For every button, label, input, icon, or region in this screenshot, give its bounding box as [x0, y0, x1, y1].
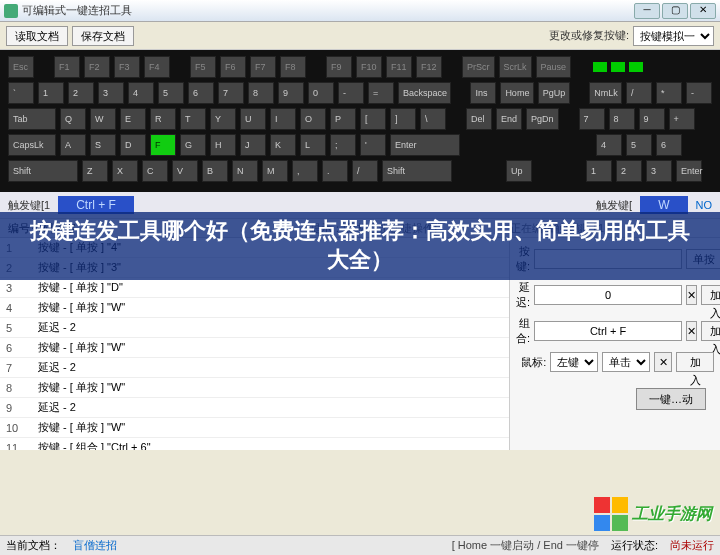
table-row[interactable]: 8按键 - [ 单按 ] "W" — [0, 378, 509, 398]
key-slash[interactable]: / — [352, 160, 378, 182]
key-f8[interactable]: F8 — [280, 56, 306, 78]
key-0[interactable]: 0 — [308, 82, 334, 104]
key-grave[interactable]: ` — [8, 82, 34, 104]
key-num6[interactable]: 6 — [656, 134, 682, 156]
key-numdiv[interactable]: / — [626, 82, 652, 104]
close-button[interactable]: ✕ — [690, 3, 716, 19]
key-c[interactable]: C — [142, 160, 168, 182]
add-mouse-button[interactable]: 加入 — [676, 352, 714, 372]
key-semicolon[interactable]: ; — [330, 134, 356, 156]
table-row[interactable]: 7延迟 - 2 — [0, 358, 509, 378]
key-backspace[interactable]: Backspace — [398, 82, 451, 104]
key-del[interactable]: Del — [466, 108, 492, 130]
key-b[interactable]: B — [202, 160, 228, 182]
key-z[interactable]: Z — [82, 160, 108, 182]
key-5[interactable]: 5 — [158, 82, 184, 104]
key-quote[interactable]: ' — [360, 134, 386, 156]
key-period[interactable]: . — [322, 160, 348, 182]
key-p[interactable]: P — [330, 108, 356, 130]
key-f1[interactable]: F1 — [54, 56, 80, 78]
key-rbracket[interactable]: ] — [390, 108, 416, 130]
key-f4[interactable]: F4 — [144, 56, 170, 78]
key-minus[interactable]: - — [338, 82, 364, 104]
key-capslk[interactable]: CapsLk — [8, 134, 56, 156]
key-g[interactable]: G — [180, 134, 206, 156]
table-row[interactable]: 5延迟 - 2 — [0, 318, 509, 338]
key-h[interactable]: H — [210, 134, 236, 156]
table-row[interactable]: 4按键 - [ 单按 ] "W" — [0, 298, 509, 318]
key-m[interactable]: M — [262, 160, 288, 182]
key-pgup[interactable]: PgUp — [538, 82, 570, 104]
mouse-btn-select[interactable]: 左键 — [550, 352, 598, 372]
key-8[interactable]: 8 — [248, 82, 274, 104]
key-k[interactable]: K — [270, 134, 296, 156]
key-home[interactable]: Home — [500, 82, 533, 104]
key-d[interactable]: D — [120, 134, 146, 156]
key-tab[interactable]: Tab — [8, 108, 56, 130]
key-l[interactable]: L — [300, 134, 326, 156]
key-rshift[interactable]: Shift — [382, 160, 452, 182]
save-doc-button[interactable]: 保存文档 — [72, 26, 134, 46]
key-nummul[interactable]: * — [656, 82, 682, 104]
key-a[interactable]: A — [60, 134, 86, 156]
add-combo-button[interactable]: 加入 — [701, 321, 720, 341]
table-row[interactable]: 6按键 - [ 单按 ] "W" — [0, 338, 509, 358]
mouse-mode-select[interactable]: 单击 — [602, 352, 650, 372]
key-f6[interactable]: F6 — [220, 56, 246, 78]
delay-input[interactable] — [534, 285, 682, 305]
key-1[interactable]: 1 — [38, 82, 64, 104]
key-f10[interactable]: F10 — [356, 56, 382, 78]
key-7[interactable]: 7 — [218, 82, 244, 104]
clear-combo-button[interactable]: ✕ — [686, 321, 697, 341]
key-comma[interactable]: , — [292, 160, 318, 182]
key-num4[interactable]: 4 — [596, 134, 622, 156]
read-doc-button[interactable]: 读取文档 — [6, 26, 68, 46]
key-e[interactable]: E — [120, 108, 146, 130]
key-num5[interactable]: 5 — [626, 134, 652, 156]
key-f3[interactable]: F3 — [114, 56, 140, 78]
key-up[interactable]: Up — [506, 160, 532, 182]
key-9[interactable]: 9 — [278, 82, 304, 104]
key-o[interactable]: O — [300, 108, 326, 130]
key-numsub[interactable]: - — [686, 82, 712, 104]
key-i[interactable]: I — [270, 108, 296, 130]
table-row[interactable]: 9延迟 - 2 — [0, 398, 509, 418]
table-row[interactable]: 11按键 - [ 组合 ] "Ctrl + 6" — [0, 438, 509, 451]
minimize-button[interactable]: ─ — [634, 3, 660, 19]
key-ins[interactable]: Ins — [470, 82, 496, 104]
key-2[interactable]: 2 — [68, 82, 94, 104]
key-sim-select[interactable]: 按键模拟一 — [633, 26, 714, 46]
key-f12[interactable]: F12 — [416, 56, 442, 78]
key-r[interactable]: R — [150, 108, 176, 130]
key-q[interactable]: Q — [60, 108, 86, 130]
key-4[interactable]: 4 — [128, 82, 154, 104]
maximize-button[interactable]: ▢ — [662, 3, 688, 19]
key-prscr[interactable]: PrScr — [462, 56, 495, 78]
key-f2[interactable]: F2 — [84, 56, 110, 78]
key-num2[interactable]: 2 — [616, 160, 642, 182]
key-f11[interactable]: F11 — [386, 56, 412, 78]
combo-input[interactable] — [534, 321, 682, 341]
key-3[interactable]: 3 — [98, 82, 124, 104]
key-w[interactable]: W — [90, 108, 116, 130]
clear-delay-button[interactable]: ✕ — [686, 285, 697, 305]
key-numlk[interactable]: NmLk — [589, 82, 622, 104]
key-u[interactable]: U — [240, 108, 266, 130]
key-v[interactable]: V — [172, 160, 198, 182]
key-esc[interactable]: Esc — [8, 56, 34, 78]
clear-mouse-button[interactable]: ✕ — [654, 352, 672, 372]
key-f[interactable]: F — [150, 134, 176, 156]
table-row[interactable]: 3按键 - [ 单按 ] "D" — [0, 278, 509, 298]
key-scrlk[interactable]: ScrLk — [499, 56, 532, 78]
key-num8[interactable]: 8 — [609, 108, 635, 130]
key-t[interactable]: T — [180, 108, 206, 130]
key-y[interactable]: Y — [210, 108, 236, 130]
key-num7[interactable]: 7 — [579, 108, 605, 130]
key-backslash[interactable]: \ — [420, 108, 446, 130]
key-lshift[interactable]: Shift — [8, 160, 78, 182]
key-j[interactable]: J — [240, 134, 266, 156]
key-f9[interactable]: F9 — [326, 56, 352, 78]
key-f7[interactable]: F7 — [250, 56, 276, 78]
table-row[interactable]: 10按键 - [ 单按 ] "W" — [0, 418, 509, 438]
key-enter[interactable]: Enter — [390, 134, 460, 156]
